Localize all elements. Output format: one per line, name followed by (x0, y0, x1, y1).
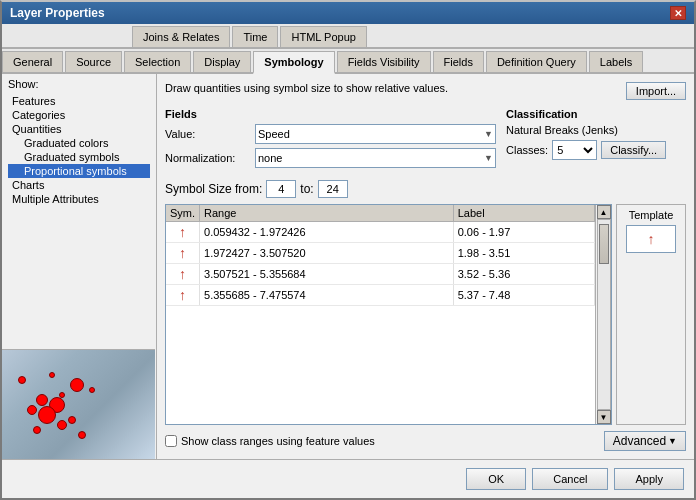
symbol-size-label: Symbol Size from: (165, 182, 262, 196)
fields-section: Fields Value: Speed Direction Magnitude … (165, 108, 496, 172)
tab-definition-query[interactable]: Definition Query (486, 51, 587, 72)
template-section: Template ↑ (616, 204, 686, 425)
to-label: to: (300, 182, 313, 196)
content-area: Show: Features Categories Quantities Gra… (2, 74, 694, 459)
value-combo[interactable]: Speed Direction Magnitude ▼ (255, 124, 496, 144)
tab-joins-relates[interactable]: Joins & Relates (132, 26, 230, 47)
map-dot (27, 405, 37, 415)
map-dot (18, 376, 26, 384)
map-dot (68, 416, 76, 424)
tab-fields[interactable]: Fields (433, 51, 484, 72)
label-cell: 5.37 - 7.48 (453, 285, 594, 306)
show-label: Show: (2, 74, 156, 92)
table: Sym. Range Label ↑ 0.059432 - 1.972426 0… (166, 205, 595, 306)
norm-label: Normalization: (165, 152, 255, 164)
tab-display[interactable]: Display (193, 51, 251, 72)
ok-button[interactable]: OK (466, 468, 526, 490)
show-item-quantities[interactable]: Quantities (8, 122, 150, 136)
label-cell: 0.06 - 1.97 (453, 222, 594, 243)
symbol-size-to-input[interactable] (318, 180, 348, 198)
sym-cell: ↑ (166, 222, 200, 243)
label-cell: 3.52 - 5.36 (453, 264, 594, 285)
symbol-size-row: Symbol Size from: to: (165, 180, 686, 198)
show-class-ranges-checkbox[interactable] (165, 435, 177, 447)
tab-general[interactable]: General (2, 51, 63, 72)
scrollbar-track (597, 219, 611, 410)
data-table-container: Sym. Range Label ↑ 0.059432 - 1.972426 0… (165, 204, 612, 425)
template-label: Template (629, 209, 674, 221)
tab-html-popup[interactable]: HTML Popup (280, 26, 366, 47)
scrollbar-up-button[interactable]: ▲ (597, 205, 611, 219)
advanced-button[interactable]: Advanced ▼ (604, 431, 686, 451)
classification-label: Classification (506, 108, 686, 120)
checkbox-area: Show class ranges using feature values (165, 435, 598, 447)
classes-select[interactable]: 5 3 4 6 7 (552, 140, 597, 160)
show-item-multiple-attributes[interactable]: Multiple Attributes (8, 192, 150, 206)
table-header-row: Sym. Range Label (166, 205, 595, 222)
close-button[interactable]: ✕ (670, 6, 686, 20)
sym-cell: ↑ (166, 264, 200, 285)
value-field-row: Value: Speed Direction Magnitude ▼ (165, 124, 496, 144)
col-label: Label (453, 205, 594, 222)
fields-classification-row: Fields Value: Speed Direction Magnitude … (165, 108, 686, 172)
show-item-graduated-symbols[interactable]: Graduated symbols (8, 150, 150, 164)
import-button[interactable]: Import... (626, 82, 686, 100)
template-symbol[interactable]: ↑ (626, 225, 676, 253)
symbol-size-from-input[interactable] (266, 180, 296, 198)
table-area: Sym. Range Label ↑ 0.059432 - 1.972426 0… (165, 204, 686, 425)
value-select[interactable]: Speed Direction Magnitude (258, 128, 493, 140)
apply-button[interactable]: Apply (614, 468, 684, 490)
scrollbar-thumb[interactable] (599, 224, 609, 264)
norm-select[interactable]: none Area Population (258, 152, 493, 164)
title-bar: Layer Properties ✕ (2, 2, 694, 24)
range-cell: 3.507521 - 5.355684 (200, 264, 454, 285)
classify-button[interactable]: Classify... (601, 141, 666, 159)
tab-labels[interactable]: Labels (589, 51, 643, 72)
map-background (2, 350, 155, 459)
tab-selection[interactable]: Selection (124, 51, 191, 72)
show-class-ranges-label: Show class ranges using feature values (181, 435, 375, 447)
layer-properties-window: Layer Properties ✕ Joins & Relates Time … (0, 0, 696, 500)
map-dot (70, 378, 84, 392)
classes-label: Classes: (506, 144, 548, 156)
col-sym: Sym. (166, 205, 200, 222)
classification-method: Natural Breaks (Jenks) (506, 124, 686, 136)
scrollbar-down-button[interactable]: ▼ (597, 410, 611, 424)
advanced-dropdown-arrow: ▼ (668, 436, 677, 446)
table-row[interactable]: ↑ 1.972427 - 3.507520 1.98 - 3.51 (166, 243, 595, 264)
preview-map (2, 349, 155, 459)
range-cell: 5.355685 - 7.475574 (200, 285, 454, 306)
description-text: Draw quantities using symbol size to sho… (165, 82, 448, 94)
show-item-categories[interactable]: Categories (8, 108, 150, 122)
show-item-charts[interactable]: Charts (8, 178, 150, 192)
table-row[interactable]: ↑ 0.059432 - 1.972426 0.06 - 1.97 (166, 222, 595, 243)
norm-combo[interactable]: none Area Population ▼ (255, 148, 496, 168)
norm-field-row: Normalization: none Area Population ▼ (165, 148, 496, 168)
range-cell: 1.972427 - 3.507520 (200, 243, 454, 264)
left-panel: Show: Features Categories Quantities Gra… (2, 74, 157, 459)
map-dot (49, 372, 55, 378)
value-label: Value: (165, 128, 255, 140)
data-table: Sym. Range Label ↑ 0.059432 - 1.972426 0… (166, 205, 595, 424)
tabs-row2: General Source Selection Display Symbolo… (2, 49, 694, 74)
map-dot (33, 426, 41, 434)
cancel-button[interactable]: Cancel (532, 468, 608, 490)
tab-source[interactable]: Source (65, 51, 122, 72)
show-item-proportional-symbols[interactable]: Proportional symbols (8, 164, 150, 178)
col-range: Range (200, 205, 454, 222)
show-item-graduated-colors[interactable]: Graduated colors (8, 136, 150, 150)
tab-fields-visibility[interactable]: Fields Visibility (337, 51, 431, 72)
right-panel: Draw quantities using symbol size to sho… (157, 74, 694, 459)
fields-section-label: Fields (165, 108, 496, 120)
table-row[interactable]: ↑ 5.355685 - 7.475574 5.37 - 7.48 (166, 285, 595, 306)
table-row[interactable]: ↑ 3.507521 - 5.355684 3.52 - 5.36 (166, 264, 595, 285)
window-title: Layer Properties (10, 6, 105, 20)
show-item-features[interactable]: Features (8, 94, 150, 108)
tabs-row1: Joins & Relates Time HTML Popup (2, 24, 694, 49)
tab-time[interactable]: Time (232, 26, 278, 47)
bottom-row: Show class ranges using feature values A… (165, 431, 686, 451)
tab-symbology[interactable]: Symbology (253, 51, 334, 74)
map-dot (89, 387, 95, 393)
scrollbar[interactable]: ▲ ▼ (595, 205, 611, 424)
classes-row: Classes: 5 3 4 6 7 Classify... (506, 140, 686, 160)
